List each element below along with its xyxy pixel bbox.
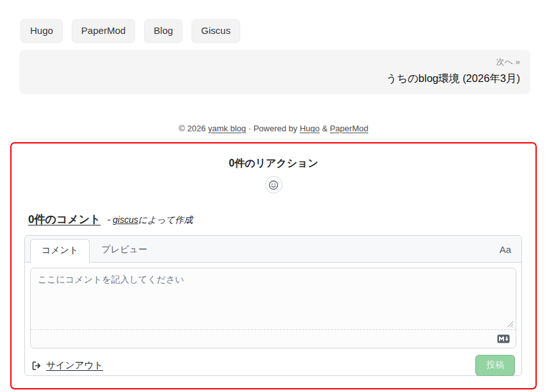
editor-tabs: コメント プレビュー Aa — [25, 236, 521, 263]
text-format-toggle[interactable]: Aa — [500, 244, 511, 262]
add-reaction-button[interactable] — [265, 176, 282, 193]
comments-count-link[interactable]: 0件のコメント — [28, 212, 101, 227]
resize-handle-icon[interactable] — [507, 320, 514, 327]
giscus-link[interactable]: giscus — [113, 215, 138, 225]
footer-hugo-link[interactable]: Hugo — [300, 124, 320, 133]
footer-dot: · — [249, 124, 251, 133]
signout-icon — [31, 361, 42, 371]
giscus-byline: - giscusによって作成 — [107, 215, 193, 226]
markdown-icon[interactable] — [497, 334, 510, 343]
textarea-holder — [31, 268, 516, 329]
comments-header: 0件のコメント - giscusによって作成 — [28, 212, 528, 227]
markdown-hint-bar — [31, 329, 516, 348]
footer-papermod-link[interactable]: PaperMod — [330, 124, 368, 133]
pagination-next-label: 次へ » — [29, 56, 520, 68]
tag-blog[interactable]: Blog — [144, 19, 183, 43]
footer-copyright: © 2026 — [179, 124, 206, 133]
submit-comment-button[interactable]: 投稿 — [475, 355, 515, 376]
tab-preview[interactable]: プレビュー — [90, 238, 158, 262]
tag-papermod[interactable]: PaperMod — [72, 19, 135, 43]
comment-box: コメント プレビュー Aa — [24, 235, 522, 376]
tag-hugo[interactable]: Hugo — [20, 19, 63, 43]
tab-write[interactable]: コメント — [30, 239, 90, 263]
signout-label: サインアウト — [46, 359, 103, 372]
footer-site-link[interactable]: yamk blog — [208, 124, 246, 133]
byline-dash: - — [107, 215, 110, 225]
site-footer: © 2026 yamk blog · Powered by Hugo & Pap… — [0, 124, 547, 133]
footer-amp: & — [322, 124, 328, 133]
giscus-widget: 0件のリアクション 0件のコメント - giscusによって作成 コメント — [10, 142, 537, 389]
pagination-next[interactable]: 次へ » うちのblog環境 (2026年3月) — [19, 50, 530, 94]
editor-wrap — [30, 268, 516, 348]
comment-input[interactable] — [31, 268, 516, 329]
editor-body — [25, 263, 521, 354]
post-tags: Hugo PaperMod Blog Giscus — [0, 0, 547, 43]
tag-giscus[interactable]: Giscus — [192, 19, 240, 43]
comment-footer: サインアウト 投稿 — [25, 354, 521, 384]
page: Hugo PaperMod Blog Giscus 次へ » うちのblog環境… — [0, 0, 547, 392]
smiley-icon — [268, 180, 279, 190]
signout-link[interactable]: サインアウト — [31, 359, 103, 372]
pagination-next-title: うちのblog環境 (2026年3月) — [29, 72, 520, 86]
reactions-heading: 0件のリアクション — [19, 157, 528, 170]
footer-powered-by: Powered by — [254, 124, 298, 133]
byline-suffix: によって作成 — [138, 215, 193, 225]
